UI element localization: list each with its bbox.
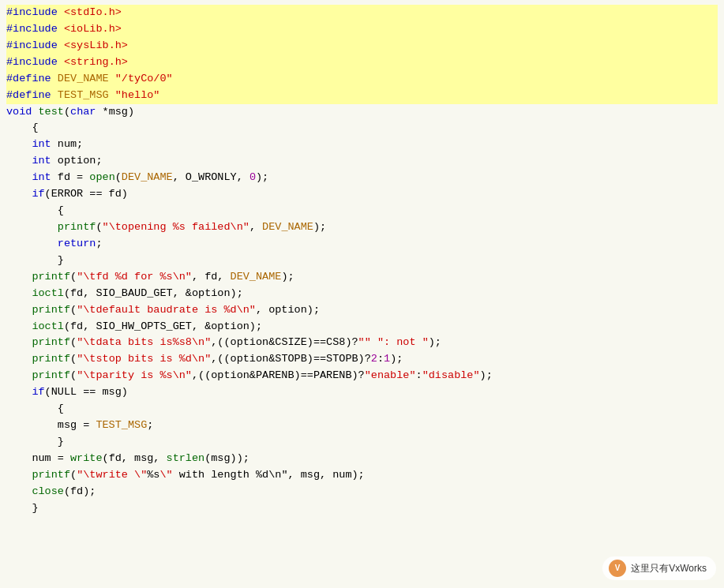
code-content: #include <stdIo.h>#include <ioLib.h>#inc… bbox=[6, 5, 718, 517]
watermark-logo: V bbox=[609, 560, 626, 577]
code-line: num = write(fd, msg, strlen(msg)); bbox=[6, 451, 718, 467]
code-line: int fd = open(DEV_NAME, O_WRONLY, 0); bbox=[6, 170, 718, 186]
code-line: int num; bbox=[6, 137, 718, 153]
code-line: msg = TEST_MSG; bbox=[6, 418, 718, 434]
code-line: #define DEV_NAME "/tyCo/0" bbox=[6, 71, 718, 88]
watermark-label: 这里只有VxWorks bbox=[631, 561, 707, 576]
code-line: { bbox=[6, 120, 718, 137]
code-line: printf("\tdata bits is%s8\n",((option&CS… bbox=[6, 335, 718, 351]
code-line: } bbox=[6, 434, 718, 451]
code-line: { bbox=[6, 203, 718, 219]
code-line: printf("\topening %s failed\n", DEV_NAME… bbox=[6, 219, 718, 236]
code-line: printf("\tparity is %s\n",((option&PAREN… bbox=[6, 368, 718, 384]
code-line: if(ERROR == fd) bbox=[6, 186, 718, 203]
code-line: printf("\tstop bits is %d\n",((option&ST… bbox=[6, 351, 718, 368]
code-line: printf("\tdefault baudrate is %d\n", opt… bbox=[6, 302, 718, 319]
code-line: if(NULL == msg) bbox=[6, 384, 718, 401]
code-line: #include <ioLib.h> bbox=[6, 21, 718, 38]
code-editor: #include <stdIo.h>#include <ioLib.h>#inc… bbox=[0, 0, 724, 588]
code-line: ioctl(fd, SIO_HW_OPTS_GET, &option); bbox=[6, 319, 718, 335]
code-line: close(fd); bbox=[6, 484, 718, 500]
code-line: #define TEST_MSG "hello" bbox=[6, 88, 718, 104]
code-line: } bbox=[6, 253, 718, 269]
code-line: int option; bbox=[6, 153, 718, 170]
code-line: #include <sysLib.h> bbox=[6, 38, 718, 54]
code-line: #include <stdIo.h> bbox=[6, 5, 718, 21]
code-line: printf("\tfd %d for %s\n", fd, DEV_NAME)… bbox=[6, 269, 718, 286]
code-line: { bbox=[6, 401, 718, 418]
code-line: #include <string.h> bbox=[6, 54, 718, 71]
code-line: } bbox=[6, 500, 718, 517]
code-line: printf("\twrite \"%s\" with length %d\n"… bbox=[6, 467, 718, 484]
code-line: ioctl(fd, SIO_BAUD_GET, &option); bbox=[6, 286, 718, 302]
code-line: void test(char *msg) bbox=[6, 104, 718, 121]
code-line: return; bbox=[6, 236, 718, 253]
watermark: V 这里只有VxWorks bbox=[602, 556, 716, 580]
